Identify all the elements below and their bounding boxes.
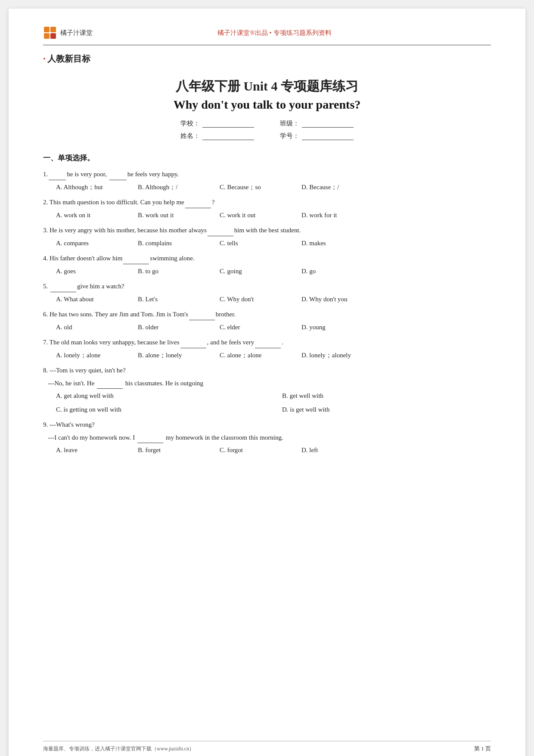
logo-area: 橘子汁课堂 xyxy=(43,26,93,40)
logo-text: 橘子汁课堂 xyxy=(60,29,93,37)
q9-option-d: D. left xyxy=(301,445,366,456)
svg-rect-0 xyxy=(44,27,50,32)
q4-text: 4. His father doesn't allow himswimming … xyxy=(43,253,491,264)
school-input-line[interactable] xyxy=(202,120,254,128)
form-fields: 学校： 班级： 姓名： 学号： xyxy=(43,119,491,140)
q6-option-b: B. older xyxy=(138,322,202,333)
q9-option-a: A. leave xyxy=(56,445,121,456)
q2-options: A. work on it B. work out it C. work it … xyxy=(56,210,491,221)
q5-option-d: D. Why don't you xyxy=(301,294,366,305)
brand-label: 人教新目标 xyxy=(43,53,491,65)
q9-text: 9. ---What's wrong? xyxy=(43,419,491,431)
q7-option-d: D. lonely；alonely xyxy=(301,350,366,361)
q3-text: 3. He is very angry with his mother, bec… xyxy=(43,225,491,236)
q7-options: A. lonely；alone B. alone；lonely C. alone… xyxy=(56,350,491,361)
class-input-line[interactable] xyxy=(302,120,354,128)
q4-option-b: B. to go xyxy=(138,266,202,277)
main-title-area: 八年级下册 Unit 4 专项题库练习 Why don't you talk t… xyxy=(43,78,491,112)
q7-option-a: A. lonely；alone xyxy=(56,350,121,361)
q1-option-b: B. Although；/ xyxy=(138,182,202,193)
q8-option-a: A. get along well with xyxy=(56,390,265,402)
q9-option-b: B. forget xyxy=(138,445,202,456)
q1-text: 1.he is very poor, he feels very happy. xyxy=(43,169,491,180)
form-id: 学号： xyxy=(280,132,354,140)
q6-text: 6. He has two sons. They are Jim and Tom… xyxy=(43,309,491,320)
q8-text: 8. ---Tom is very quiet, isn't he? xyxy=(43,365,491,376)
section1-title: 一、单项选择。 xyxy=(43,153,491,163)
q1-option-d: D. Because；/ xyxy=(301,182,366,193)
header-title: 橘子汁课堂®出品 • 专项练习题系列资料 xyxy=(93,29,456,37)
q6-option-d: D. young xyxy=(301,322,366,333)
page: 橘子汁课堂 橘子汁课堂®出品 • 专项练习题系列资料 人教新目标 八年级下册 U… xyxy=(9,9,525,756)
question-9: 9. ---What's wrong? ---I can't do my hom… xyxy=(43,419,491,456)
q2-option-c: C. work it out xyxy=(220,210,284,221)
form-school: 学校： xyxy=(180,119,254,128)
svg-rect-2 xyxy=(44,33,50,39)
q2-option-d: D. work for it xyxy=(301,210,366,221)
footer: 海量题库、专项训练，进入橘子汁课堂官网下载（www.juzizhi.cn） 第 … xyxy=(43,741,491,753)
form-row-2: 姓名： 学号： xyxy=(180,132,354,140)
q4-options: A. goes B. to go C. going D. go xyxy=(56,266,491,277)
svg-rect-1 xyxy=(50,27,56,32)
name-input-line[interactable] xyxy=(202,132,254,140)
question-2: 2. This math question is too difficult. … xyxy=(43,197,491,221)
header: 橘子汁课堂 橘子汁课堂®出品 • 专项练习题系列资料 xyxy=(43,26,491,45)
q8-option-d: D. is get well with xyxy=(282,404,491,415)
q1-option-a: A. Although；but xyxy=(56,182,121,193)
q5-options: A. What about B. Let's C. Why don't D. W… xyxy=(56,294,491,305)
q9-text2: ---I can't do my homework now. I my home… xyxy=(43,432,491,444)
main-title-en: Why don't you talk to your parents? xyxy=(43,98,491,112)
q4-option-d: D. go xyxy=(301,266,366,277)
q3-options: A. compares B. complains C. tells D. mak… xyxy=(56,238,491,249)
q4-option-c: C. going xyxy=(220,266,284,277)
q3-option-b: B. complains xyxy=(138,238,202,249)
q5-option-c: C. Why don't xyxy=(220,294,284,305)
q5-option-a: A. What about xyxy=(56,294,121,305)
form-name: 姓名： xyxy=(180,132,254,140)
q5-text: 5. give him a watch? xyxy=(43,281,491,292)
q8-options: A. get along well with B. get well with … xyxy=(56,390,491,415)
id-input-line[interactable] xyxy=(302,132,354,140)
q6-option-a: A. old xyxy=(56,322,121,333)
q7-text: 7. The old man looks very unhappy, becau… xyxy=(43,337,491,348)
q8-option-b: B. get well with xyxy=(282,390,491,402)
q2-text: 2. This math question is too difficult. … xyxy=(43,197,491,208)
form-row-1: 学校： 班级： xyxy=(180,119,354,128)
q3-option-d: D. makes xyxy=(301,238,366,249)
form-class: 班级： xyxy=(280,119,354,128)
q8-text2: ---No, he isn't. He his classmates. He i… xyxy=(43,378,491,389)
q6-options: A. old B. older C. elder D. young xyxy=(56,322,491,333)
question-4: 4. His father doesn't allow himswimming … xyxy=(43,253,491,277)
q4-option-a: A. goes xyxy=(56,266,121,277)
q1-options: A. Although；but B. Although；/ C. Because… xyxy=(56,182,491,193)
q1-option-c: C. Because；so xyxy=(220,182,284,193)
q9-option-c: C. forgot xyxy=(220,445,284,456)
q6-option-c: C. elder xyxy=(220,322,284,333)
q7-option-c: C. alone；alone xyxy=(220,350,284,361)
footer-page: 第 1 页 xyxy=(474,745,491,753)
question-8: 8. ---Tom is very quiet, isn't he? ---No… xyxy=(43,365,491,415)
question-6: 6. He has two sons. They are Jim and Tom… xyxy=(43,309,491,333)
q8-option-c: C. is getting on well with xyxy=(56,404,265,415)
question-7: 7. The old man looks very unhappy, becau… xyxy=(43,337,491,361)
q2-option-b: B. work out it xyxy=(138,210,202,221)
question-5: 5. give him a watch? A. What about B. Le… xyxy=(43,281,491,305)
main-title-cn: 八年级下册 Unit 4 专项题库练习 xyxy=(43,78,491,95)
q5-option-b: B. Let's xyxy=(138,294,202,305)
q9-options: A. leave B. forget C. forgot D. left xyxy=(56,445,491,456)
question-1: 1.he is very poor, he feels very happy. … xyxy=(43,169,491,193)
q3-option-c: C. tells xyxy=(220,238,284,249)
svg-rect-3 xyxy=(50,33,56,39)
question-3: 3. He is very angry with his mother, bec… xyxy=(43,225,491,249)
logo-icon xyxy=(43,26,57,40)
q7-option-b: B. alone；lonely xyxy=(138,350,202,361)
q2-option-a: A. work on it xyxy=(56,210,121,221)
q3-option-a: A. compares xyxy=(56,238,121,249)
footer-left: 海量题库、专项训练，进入橘子汁课堂官网下载（www.juzizhi.cn） xyxy=(43,745,194,753)
